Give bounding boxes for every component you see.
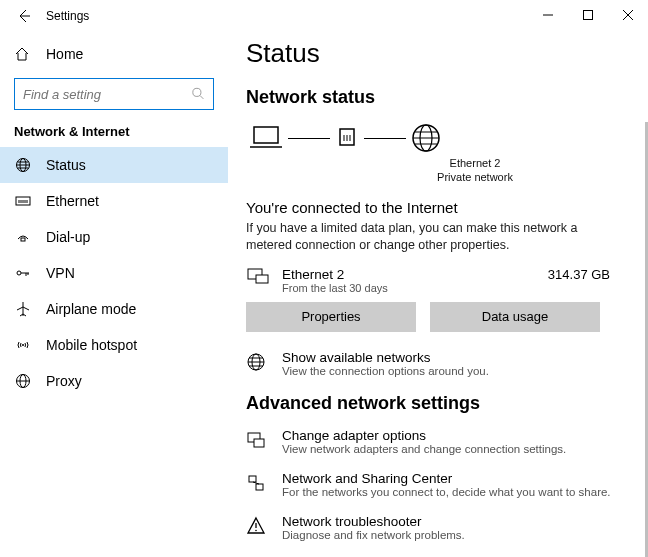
sidebar-item-hotspot[interactable]: Mobile hotspot [0, 327, 228, 363]
close-button[interactable] [608, 0, 648, 30]
diagram-labels: Ethernet 2 Private network [246, 156, 630, 185]
sidebar: Home Network & Internet Status Ethernet … [0, 32, 228, 557]
search-box[interactable] [14, 78, 214, 110]
show-networks-sub: View the connection options around you. [282, 365, 489, 377]
laptop-icon [248, 123, 284, 153]
arrow-left-icon [16, 8, 32, 24]
svg-rect-20 [249, 476, 256, 482]
show-networks-row[interactable]: Show available networks View the connect… [246, 350, 630, 377]
globe-large-icon [410, 122, 442, 154]
home-icon [14, 46, 32, 62]
troubleshooter-row[interactable]: Network troubleshooter Diagnose and fix … [246, 514, 630, 541]
maximize-button[interactable] [568, 0, 608, 30]
warning-icon [246, 516, 272, 536]
sidebar-item-label: Proxy [46, 373, 82, 389]
connection-name: Ethernet 2 [282, 267, 548, 282]
connection-icon [246, 267, 272, 287]
sidebar-item-label: Mobile hotspot [46, 337, 137, 353]
home-label: Home [46, 46, 83, 62]
sidebar-item-vpn[interactable]: VPN [0, 255, 228, 291]
window-controls [528, 0, 648, 30]
router-icon [334, 123, 360, 153]
ethernet-icon [14, 193, 32, 209]
vpn-icon [14, 265, 32, 281]
connection-sub: From the last 30 days [282, 282, 548, 294]
hotspot-icon [14, 337, 32, 353]
search-icon [192, 87, 205, 101]
window-title: Settings [46, 9, 89, 23]
data-usage-button[interactable]: Data usage [430, 302, 600, 332]
sidebar-item-ethernet[interactable]: Ethernet [0, 183, 228, 219]
svg-point-22 [255, 529, 257, 531]
network-diagram [246, 122, 630, 154]
sharing-icon [246, 473, 272, 493]
connection-size: 314.37 GB [548, 267, 630, 282]
sidebar-item-airplane[interactable]: Airplane mode [0, 291, 228, 327]
svg-rect-21 [256, 484, 263, 490]
section-advanced: Advanced network settings [246, 393, 630, 414]
back-button[interactable] [8, 0, 40, 32]
svg-rect-0 [584, 11, 593, 20]
sidebar-item-status[interactable]: Status [0, 147, 228, 183]
sidebar-item-label: Ethernet [46, 193, 99, 209]
svg-point-1 [193, 88, 201, 96]
svg-rect-15 [256, 275, 268, 283]
proxy-icon [14, 373, 32, 389]
sidebar-section-header: Network & Internet [0, 124, 228, 147]
section-network-status: Network status [246, 87, 630, 108]
svg-point-6 [17, 271, 21, 275]
sidebar-item-dialup[interactable]: Dial-up [0, 219, 228, 255]
sidebar-home[interactable]: Home [0, 38, 228, 70]
sidebar-item-label: Airplane mode [46, 301, 136, 317]
globe-icon [14, 157, 32, 173]
show-networks-title: Show available networks [282, 350, 489, 365]
sidebar-item-label: Dial-up [46, 229, 90, 245]
sidebar-item-proxy[interactable]: Proxy [0, 363, 228, 399]
adapter-icon [246, 430, 272, 450]
properties-button[interactable]: Properties [246, 302, 416, 332]
svg-rect-19 [254, 439, 264, 447]
svg-point-7 [22, 344, 24, 346]
svg-rect-10 [254, 127, 278, 143]
connected-body: If you have a limited data plan, you can… [246, 220, 606, 255]
adapter-options-row[interactable]: Change adapter options View network adap… [246, 428, 630, 455]
dialup-icon [14, 229, 32, 245]
sidebar-item-label: Status [46, 157, 86, 173]
page-title: Status [246, 38, 630, 69]
connected-title: You're connected to the Internet [246, 199, 630, 216]
airplane-icon [14, 301, 32, 317]
sharing-center-row[interactable]: Network and Sharing Center For the netwo… [246, 471, 630, 498]
search-input[interactable] [23, 87, 192, 102]
minimize-button[interactable] [528, 0, 568, 30]
globe-icon [246, 352, 272, 372]
titlebar: Settings [0, 0, 648, 32]
active-connection: Ethernet 2 From the last 30 days 314.37 … [246, 267, 630, 294]
svg-rect-5 [21, 238, 25, 241]
sidebar-item-label: VPN [46, 265, 75, 281]
main-content: Status Network status Ethernet 2 Private… [228, 32, 648, 557]
